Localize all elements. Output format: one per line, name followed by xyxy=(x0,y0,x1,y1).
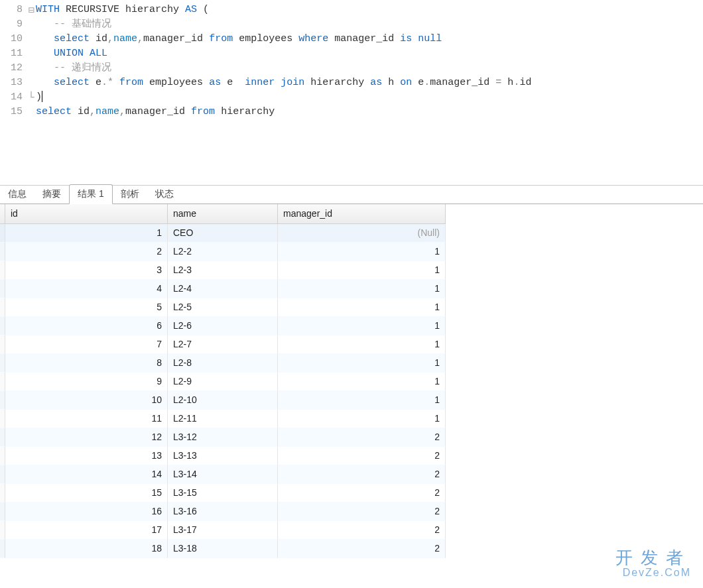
cell-id[interactable]: 5 xyxy=(5,298,168,317)
cell-id[interactable]: 6 xyxy=(5,317,168,335)
tab-剖析[interactable]: 剖析 xyxy=(113,185,147,204)
cell-manager-id[interactable]: 2 xyxy=(278,447,446,465)
tab-摘要[interactable]: 摘要 xyxy=(34,185,69,204)
tab-状态[interactable]: 状态 xyxy=(147,185,182,204)
cell-manager-id[interactable]: 1 xyxy=(278,243,446,261)
cell-name[interactable]: L3-17 xyxy=(168,521,278,540)
row-marker[interactable] xyxy=(0,465,5,484)
cell-id[interactable]: 16 xyxy=(5,502,168,521)
table-row[interactable]: 5L2-51 xyxy=(0,298,446,317)
table-row[interactable]: 13L3-132 xyxy=(0,447,446,465)
table-row[interactable]: 8L2-81 xyxy=(0,354,446,373)
cell-manager-id[interactable]: 1 xyxy=(278,261,446,280)
cell-name[interactable]: L2-7 xyxy=(168,335,278,354)
sql-editor[interactable]: 89101112131415 ⊟ └ WITH RECURSIVE hierar… xyxy=(0,0,703,186)
table-row[interactable]: 17L3-172 xyxy=(0,521,446,540)
code-line[interactable]: WITH RECURSIVE hierarchy AS ( xyxy=(36,3,703,17)
cell-manager-id[interactable]: 2 xyxy=(278,428,446,447)
code-line[interactable]: select e.* from employees as e inner joi… xyxy=(36,76,703,90)
cell-name[interactable]: L3-12 xyxy=(168,428,278,447)
column-header-name[interactable]: name xyxy=(168,204,278,223)
code-line[interactable]: select id,name,manager_id from hierarchy xyxy=(36,105,703,119)
cell-id[interactable]: 15 xyxy=(5,484,168,502)
cell-id[interactable]: 11 xyxy=(5,410,168,428)
row-marker[interactable] xyxy=(0,373,5,391)
table-row[interactable]: 6L2-61 xyxy=(0,317,446,335)
cell-name[interactable]: L2-11 xyxy=(168,410,278,428)
row-marker[interactable] xyxy=(0,447,5,465)
cell-id[interactable]: 4 xyxy=(5,280,168,298)
cell-manager-id[interactable]: 1 xyxy=(278,280,446,298)
fold-marker-icon[interactable]: └ xyxy=(27,90,36,105)
cell-id[interactable]: 2 xyxy=(5,243,168,261)
cell-id[interactable]: 3 xyxy=(5,261,168,280)
table-row[interactable]: 16L3-162 xyxy=(0,502,446,521)
cell-name[interactable]: L3-14 xyxy=(168,465,278,484)
table-row[interactable]: 15L3-152 xyxy=(0,484,446,502)
row-marker[interactable] xyxy=(0,410,5,428)
cell-id[interactable]: 17 xyxy=(5,521,168,540)
cell-name[interactable]: L2-4 xyxy=(168,280,278,298)
grid-body[interactable]: 1CEO(Null)2L2-213L2-314L2-415L2-516L2-61… xyxy=(0,224,446,558)
cell-manager-id[interactable]: (Null) xyxy=(278,224,446,243)
cell-manager-id[interactable]: 2 xyxy=(278,540,446,558)
row-marker[interactable] xyxy=(0,335,5,354)
row-marker[interactable] xyxy=(0,391,5,410)
table-row[interactable]: 18L3-182 xyxy=(0,540,446,558)
cell-manager-id[interactable]: 2 xyxy=(278,502,446,521)
cell-name[interactable]: L2-6 xyxy=(168,317,278,335)
row-marker[interactable] xyxy=(0,540,5,558)
row-marker[interactable] xyxy=(0,280,5,298)
fold-gutter[interactable]: ⊟ └ xyxy=(27,0,36,185)
cell-id[interactable]: 13 xyxy=(5,447,168,465)
tab-信息[interactable]: 信息 xyxy=(0,185,34,204)
table-row[interactable]: 12L3-122 xyxy=(0,428,446,447)
cell-id[interactable]: 1 xyxy=(5,224,168,243)
cell-id[interactable]: 9 xyxy=(5,373,168,391)
table-row[interactable]: 3L2-31 xyxy=(0,261,446,280)
code-line[interactable]: -- 基础情况 xyxy=(36,17,703,32)
cell-id[interactable]: 18 xyxy=(5,540,168,558)
row-marker[interactable] xyxy=(0,261,5,280)
code-line[interactable]: UNION ALL xyxy=(36,46,703,61)
row-marker[interactable] xyxy=(0,502,5,521)
cell-manager-id[interactable]: 1 xyxy=(278,335,446,354)
row-marker[interactable] xyxy=(0,317,5,335)
table-row[interactable]: 14L3-142 xyxy=(0,465,446,484)
cell-name[interactable]: CEO xyxy=(168,224,278,243)
row-marker[interactable] xyxy=(0,484,5,502)
cell-name[interactable]: L2-5 xyxy=(168,298,278,317)
cell-name[interactable]: L3-18 xyxy=(168,540,278,558)
cell-id[interactable]: 12 xyxy=(5,428,168,447)
table-row[interactable]: 11L2-111 xyxy=(0,410,446,428)
cell-id[interactable]: 14 xyxy=(5,465,168,484)
cell-manager-id[interactable]: 2 xyxy=(278,484,446,502)
table-row[interactable]: 7L2-71 xyxy=(0,335,446,354)
cell-manager-id[interactable]: 2 xyxy=(278,465,446,484)
cell-manager-id[interactable]: 2 xyxy=(278,521,446,540)
tab-结果 1[interactable]: 结果 1 xyxy=(69,184,113,204)
cell-manager-id[interactable]: 1 xyxy=(278,391,446,410)
code-line[interactable]: -- 递归情况 xyxy=(36,61,703,76)
row-marker[interactable] xyxy=(0,354,5,373)
row-marker[interactable] xyxy=(0,428,5,447)
row-marker[interactable] xyxy=(0,224,5,243)
cell-name[interactable]: L3-16 xyxy=(168,502,278,521)
cell-id[interactable]: 7 xyxy=(5,335,168,354)
table-row[interactable]: 2L2-21 xyxy=(0,243,446,261)
table-row[interactable]: 9L2-91 xyxy=(0,373,446,391)
cell-name[interactable]: L2-3 xyxy=(168,261,278,280)
row-marker[interactable] xyxy=(0,521,5,540)
cell-name[interactable]: L3-13 xyxy=(168,447,278,465)
table-row[interactable]: 1CEO(Null) xyxy=(0,224,446,243)
cell-id[interactable]: 8 xyxy=(5,354,168,373)
cell-name[interactable]: L2-8 xyxy=(168,354,278,373)
cell-name[interactable]: L3-15 xyxy=(168,484,278,502)
cell-manager-id[interactable]: 1 xyxy=(278,373,446,391)
table-row[interactable]: 4L2-41 xyxy=(0,280,446,298)
cell-name[interactable]: L2-9 xyxy=(168,373,278,391)
cell-manager-id[interactable]: 1 xyxy=(278,298,446,317)
cell-name[interactable]: L2-10 xyxy=(168,391,278,410)
row-marker[interactable] xyxy=(0,243,5,261)
cell-manager-id[interactable]: 1 xyxy=(278,317,446,335)
